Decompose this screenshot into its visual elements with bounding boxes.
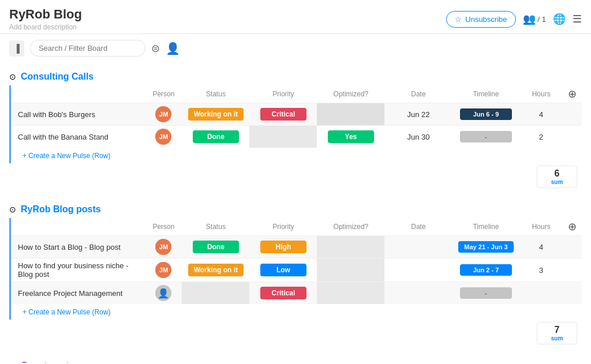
optimized-badge: Yes <box>328 130 374 143</box>
avatar: JM <box>155 262 171 278</box>
col-optimized: Optimized? <box>317 218 384 236</box>
col-optimized: Optimized? <box>317 85 384 103</box>
col-person: Person <box>145 85 182 103</box>
row-priority[interactable]: Critical <box>249 103 317 126</box>
unsubscribe-button[interactable]: ☆ Unsubscribe <box>446 11 515 28</box>
group-blog-posts: ⊙ RyRob Blog posts Person Status Priorit… <box>9 204 582 347</box>
group-header-guest: ⊙ Guest posts <box>9 361 582 363</box>
row-name[interactable]: How to find your business niche - Blog p… <box>10 258 145 282</box>
priority-badge: Critical <box>260 108 306 121</box>
status-badge: Working on it <box>188 108 244 121</box>
group-header-consulting: ⊙ Consulting Calls <box>9 72 582 82</box>
group-title-consulting[interactable]: Consulting Calls <box>21 72 93 82</box>
add-column-button-blog[interactable]: ⊕ <box>568 220 577 233</box>
col-priority: Priority <box>249 85 317 103</box>
avatar: 👤 <box>155 285 171 301</box>
timeline-badge: Jun 6 - 9 <box>460 108 512 120</box>
status-badge: Working on it <box>188 264 244 276</box>
board-description[interactable]: Add board description <box>9 23 82 31</box>
row-optimized[interactable] <box>317 103 384 126</box>
hamburger-icon: ☰ <box>573 13 582 25</box>
row-status[interactable]: Working on it <box>182 258 249 282</box>
row-name[interactable]: How to Start a Blog - Blog post <box>10 236 145 258</box>
row-person: JM <box>145 126 182 148</box>
create-pulse-link[interactable]: + Create a New Pulse (Row) <box>16 308 110 316</box>
add-column-button-consulting[interactable]: ⊕ <box>568 88 577 100</box>
person-icon: 👤 <box>166 42 180 55</box>
row-name[interactable]: Call with the Banana Stand <box>10 126 145 148</box>
search-input[interactable] <box>30 40 145 57</box>
row-optimized[interactable] <box>317 258 384 282</box>
app-header: RyRob Blog Add board description ☆ Unsub… <box>0 0 591 34</box>
sidebar-toggle-button[interactable]: ▐ <box>9 40 24 57</box>
row-hours: 3 <box>519 258 562 282</box>
members-button[interactable]: 👥 / 1 <box>523 13 546 25</box>
avatar: JM <box>155 129 171 145</box>
row-priority[interactable]: Low <box>249 258 317 282</box>
sum-value: 7 <box>540 325 574 335</box>
row-date <box>384 236 452 258</box>
person-filter-button[interactable]: 👤 <box>166 42 180 55</box>
row-timeline[interactable]: May 21 - Jun 3 <box>452 236 519 258</box>
row-person: JM <box>145 236 182 258</box>
row-status[interactable]: Done <box>182 126 249 148</box>
group-toggle-blog[interactable]: ⊙ <box>9 205 16 214</box>
col-status: Status <box>182 218 249 236</box>
toolbar: ▐ ⊜ 👤 <box>0 34 591 62</box>
row-hours: 4 <box>519 236 562 258</box>
row-priority[interactable] <box>249 126 317 148</box>
col-hours: Hours <box>519 218 562 236</box>
status-badge: Done <box>193 241 239 253</box>
row-priority[interactable]: High <box>249 236 317 258</box>
row-optimized[interactable] <box>317 282 384 305</box>
timeline-badge: - <box>460 131 512 142</box>
group-guest-posts: ⊙ Guest posts Person Status Priority Opt… <box>9 361 582 363</box>
header-left: RyRob Blog Add board description <box>9 7 82 31</box>
filter-button[interactable]: ⊜ <box>151 42 160 55</box>
create-row: + Create a New Pulse (Row) <box>10 304 582 320</box>
invite-button[interactable]: 🌐 <box>553 13 566 25</box>
row-date <box>384 258 452 282</box>
col-person: Person <box>145 218 182 236</box>
row-timeline[interactable]: - <box>452 126 519 148</box>
table-row: Freelance Project Management 👤 Critical … <box>10 282 582 305</box>
priority-badge: Low <box>260 264 306 276</box>
row-timeline[interactable]: Jun 6 - 9 <box>452 103 519 126</box>
group-toggle-guest[interactable]: ⊙ <box>9 361 16 363</box>
row-timeline[interactable]: - <box>452 282 519 305</box>
star-icon: ☆ <box>455 15 462 24</box>
menu-button[interactable]: ☰ <box>573 13 582 25</box>
col-hours: Hours <box>519 85 562 103</box>
row-optimized[interactable] <box>317 236 384 258</box>
sum-label: sum <box>540 335 574 342</box>
create-pulse-link[interactable]: + Create a New Pulse (Row) <box>16 152 110 160</box>
sum-box: 6 sum <box>537 166 577 188</box>
group-title-guest[interactable]: Guest posts <box>21 361 74 363</box>
row-name[interactable]: Call with Bob's Burgers <box>10 103 145 126</box>
timeline-badge: - <box>460 287 512 299</box>
row-optimized[interactable]: Yes <box>317 126 384 148</box>
group-title-blog[interactable]: RyRob Blog posts <box>21 204 101 215</box>
col-timeline: Timeline <box>452 85 519 103</box>
column-headers-consulting: Person Status Priority Optimized? Date T… <box>10 85 582 103</box>
consulting-table: Person Status Priority Optimized? Date T… <box>9 85 582 163</box>
page-title: RyRob Blog <box>9 7 82 22</box>
row-timeline[interactable]: Jun 2 - 7 <box>452 258 519 282</box>
row-date <box>384 282 452 305</box>
row-status[interactable]: Working on it <box>182 103 249 126</box>
timeline-badge: May 21 - Jun 3 <box>458 241 513 253</box>
group-consulting-calls: ⊙ Consulting Calls Person Status Priorit… <box>9 72 582 190</box>
person-add-icon: 🌐 <box>553 13 566 25</box>
blog-table: Person Status Priority Optimized? Date T… <box>9 218 582 320</box>
row-name[interactable]: Freelance Project Management <box>10 282 145 305</box>
table-row: How to Start a Blog - Blog post JM Done … <box>10 236 582 258</box>
group-toggle-consulting[interactable]: ⊙ <box>9 72 16 81</box>
row-date: Jun 22 <box>384 103 452 126</box>
row-status[interactable]: Done <box>182 236 249 258</box>
row-hours <box>519 282 562 305</box>
priority-badge: Critical <box>260 287 306 299</box>
group-header-blog: ⊙ RyRob Blog posts <box>9 204 582 215</box>
row-priority[interactable]: Critical <box>249 282 317 305</box>
row-status[interactable] <box>182 282 249 305</box>
members-icon: 👥 <box>523 13 536 25</box>
